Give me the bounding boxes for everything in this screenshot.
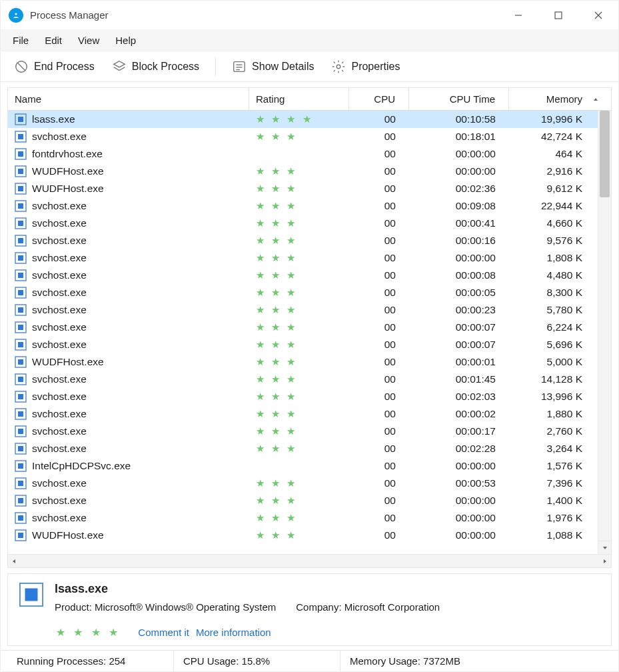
table-row[interactable]: svchost.exe ★ ★ ★ 00 00:00:17 2,760 K <box>8 423 598 440</box>
table-row[interactable]: svchost.exe ★ ★ ★ 00 00:00:53 7,396 K <box>8 475 598 492</box>
process-icon <box>15 148 27 160</box>
process-memory: 1,576 K <box>509 460 589 472</box>
block-process-button[interactable]: Block Process <box>107 56 205 77</box>
process-cpu-time: 00:00:07 <box>409 321 509 333</box>
process-cpu-time: 00:00:17 <box>409 425 509 437</box>
vertical-scroll-thumb[interactable] <box>600 111 610 197</box>
comment-link[interactable]: Comment it <box>138 627 189 638</box>
table-row[interactable]: svchost.exe ★ ★ ★ 00 00:00:00 1,808 K <box>8 249 598 267</box>
process-cpu: 00 <box>349 425 409 437</box>
end-process-button[interactable]: End Process <box>9 56 100 77</box>
process-cpu: 00 <box>349 373 409 385</box>
process-memory: 6,224 K <box>509 321 589 333</box>
col-cpu-time[interactable]: CPU Time <box>409 88 509 110</box>
table-row[interactable]: svchost.exe ★ ★ ★ 00 00:01:45 14,128 K <box>8 371 598 388</box>
scroll-right-icon[interactable] <box>602 558 608 565</box>
menu-edit[interactable]: Edit <box>45 35 62 46</box>
scroll-left-icon[interactable] <box>11 558 17 565</box>
process-name: svchost.exe <box>32 200 87 212</box>
process-large-icon <box>19 582 44 607</box>
scroll-up-button[interactable] <box>589 88 602 110</box>
table-row[interactable]: svchost.exe ★ ★ ★ 00 00:00:05 8,300 K <box>8 284 598 301</box>
process-cpu-time: 00:01:45 <box>409 373 509 385</box>
more-info-link[interactable]: More information <box>196 627 271 638</box>
process-icon <box>15 235 27 247</box>
table-row[interactable]: svchost.exe ★ ★ ★ 00 00:00:00 1,976 K <box>8 509 598 527</box>
svg-rect-31 <box>18 273 23 278</box>
table-row[interactable]: svchost.exe ★ ★ ★ 00 00:00:07 6,224 K <box>8 319 598 336</box>
minimize-button[interactable] <box>498 1 538 29</box>
process-name: svchost.exe <box>32 425 87 437</box>
process-icon <box>15 321 27 333</box>
process-name: svchost.exe <box>32 235 87 247</box>
status-cpu: CPU Usage: 15.8% <box>174 651 340 671</box>
process-icon <box>15 287 27 299</box>
table-row[interactable]: svchost.exe ★ ★ ★ 00 00:18:01 42,724 K <box>8 128 598 145</box>
process-cpu-time: 00:00:00 <box>409 512 509 524</box>
details-rating: ★ ★ ★ ★ <box>56 626 121 639</box>
table-row[interactable]: svchost.exe ★ ★ ★ 00 00:00:07 5,696 K <box>8 336 598 353</box>
process-cpu: 00 <box>349 113 409 125</box>
table-row[interactable]: svchost.exe ★ ★ ★ 00 00:00:23 5,780 K <box>8 301 598 319</box>
col-cpu[interactable]: CPU <box>349 88 409 110</box>
col-memory[interactable]: Memory <box>509 88 589 110</box>
vertical-scrollbar[interactable] <box>598 111 611 554</box>
table-row[interactable]: WUDFHost.exe ★ ★ ★ 00 00:00:00 1,088 K <box>8 527 598 544</box>
process-icon <box>15 356 27 368</box>
table-row[interactable]: svchost.exe ★ ★ ★ 00 00:09:08 22,944 K <box>8 197 598 215</box>
svg-line-6 <box>18 63 25 70</box>
process-rating: ★ ★ ★ <box>249 391 349 403</box>
svg-rect-27 <box>18 238 23 243</box>
table-row[interactable]: IntelCpHDCPSvc.exe 00 00:00:00 1,576 K <box>8 457 598 475</box>
table-row[interactable]: svchost.exe ★ ★ ★ 00 00:00:00 1,400 K <box>8 492 598 509</box>
toolbar-separator <box>215 57 216 76</box>
menu-file[interactable]: File <box>13 35 29 46</box>
table-row[interactable]: lsass.exe ★ ★ ★ ★ 00 00:10:58 19,996 K <box>8 111 598 128</box>
process-name: lsass.exe <box>32 113 75 125</box>
statusbar: Running Processes: 254 CPU Usage: 15.8% … <box>1 650 618 671</box>
process-memory: 22,944 K <box>509 200 589 212</box>
table-row[interactable]: svchost.exe ★ ★ ★ 00 00:02:03 13,996 K <box>8 388 598 405</box>
col-name[interactable]: Name <box>8 88 249 110</box>
menu-view[interactable]: View <box>78 35 99 46</box>
table-row[interactable]: WUDFHost.exe ★ ★ ★ 00 00:02:36 9,612 K <box>8 180 598 197</box>
status-memory: Memory Usage: 7372MB <box>340 651 470 671</box>
table-row[interactable]: svchost.exe ★ ★ ★ 00 00:00:02 1,880 K <box>8 405 598 423</box>
process-name: WUDFHost.exe <box>32 356 104 368</box>
process-cpu: 00 <box>349 304 409 316</box>
window: Process Manager File Edit View Help End … <box>0 0 619 672</box>
process-cpu-time: 00:09:08 <box>409 200 509 212</box>
process-name: svchost.exe <box>32 269 87 281</box>
process-name: svchost.exe <box>32 408 87 420</box>
process-memory: 1,088 K <box>509 529 589 541</box>
scroll-down-button[interactable] <box>598 541 611 554</box>
horizontal-scrollbar[interactable] <box>8 554 611 567</box>
process-icon <box>15 339 27 351</box>
process-rating: ★ ★ ★ <box>249 477 349 489</box>
process-name: IntelCpHDCPSvc.exe <box>32 460 131 472</box>
table-row[interactable]: svchost.exe ★ ★ ★ 00 00:02:28 3,264 K <box>8 440 598 457</box>
table-row[interactable]: svchost.exe ★ ★ ★ 00 00:00:16 9,576 K <box>8 232 598 249</box>
process-cpu-time: 00:02:36 <box>409 183 509 195</box>
table-row[interactable]: svchost.exe ★ ★ ★ 00 00:00:41 4,660 K <box>8 215 598 232</box>
properties-button[interactable]: Properties <box>326 56 405 77</box>
process-rating: ★ ★ ★ <box>249 287 349 299</box>
process-cpu: 00 <box>349 165 409 177</box>
close-button[interactable] <box>578 1 618 29</box>
process-rating: ★ ★ ★ <box>249 408 349 420</box>
process-cpu-time: 00:00:00 <box>409 252 509 264</box>
show-details-button[interactable]: Show Details <box>227 56 319 77</box>
end-process-label: End Process <box>34 61 95 73</box>
menu-help[interactable]: Help <box>115 35 136 46</box>
table-row[interactable]: svchost.exe ★ ★ ★ 00 00:00:08 4,480 K <box>8 267 598 284</box>
table-row[interactable]: fontdrvhost.exe 00 00:00:00 464 K <box>8 145 598 163</box>
table-row[interactable]: WUDFHost.exe ★ ★ ★ 00 00:00:00 2,916 K <box>8 163 598 180</box>
details-process-name: lsass.exe <box>55 582 440 596</box>
table-row[interactable]: WUDFHost.exe ★ ★ ★ 00 00:00:01 5,000 K <box>8 353 598 371</box>
process-cpu: 00 <box>349 460 409 472</box>
process-rating: ★ ★ ★ <box>249 321 349 333</box>
col-rating[interactable]: Rating <box>249 88 349 110</box>
process-cpu: 00 <box>349 148 409 160</box>
svg-rect-21 <box>18 186 23 191</box>
maximize-button[interactable] <box>538 1 578 29</box>
